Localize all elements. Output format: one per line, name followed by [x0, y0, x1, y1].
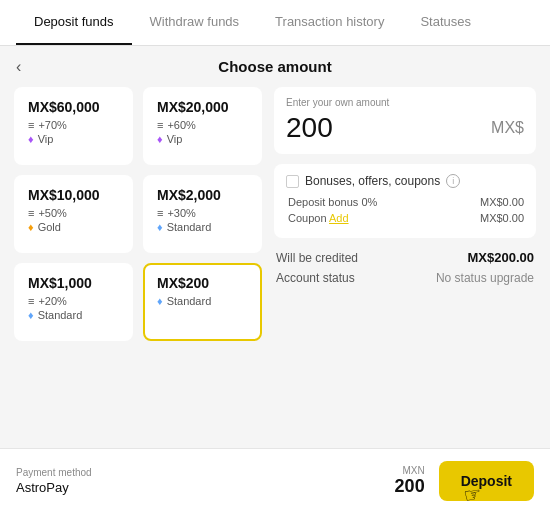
tier-label: Standard: [38, 309, 83, 321]
footer: Payment method AstroPay MXN 200 Deposit: [0, 448, 550, 513]
bonus-row: ≡ +20%: [28, 295, 119, 307]
bonuses-section: Bonuses, offers, coupons i Deposit bonus…: [274, 164, 536, 238]
tier-row: ♦ Standard: [28, 309, 119, 321]
credited-label: Will be credited: [276, 251, 358, 265]
bonus-icon: ≡: [28, 295, 34, 307]
bonus-row: ≡ +60%: [157, 119, 248, 131]
credit-section: Will be credited MX$200.00 Account statu…: [274, 248, 536, 293]
tier-row: ♦ Vip: [28, 133, 119, 145]
tier-icon: ♦: [157, 295, 163, 307]
tab-statuses[interactable]: Statuses: [402, 0, 489, 45]
bonus-text: +20%: [38, 295, 66, 307]
footer-amount-value: 200: [395, 476, 425, 497]
tier-icon: ♦: [28, 133, 34, 145]
deposit-bonus-row: Deposit bonus 0% MX$0.00: [286, 196, 524, 208]
tier-label: Vip: [38, 133, 54, 145]
bonus-icon: ≡: [157, 207, 163, 219]
deposit-bonus-value: MX$0.00: [480, 196, 524, 208]
account-status-label: Account status: [276, 271, 355, 285]
amount-card-60000[interactable]: MX$60,000 ≡ +70% ♦ Vip: [14, 87, 133, 165]
account-status-row: Account status No status upgrade: [274, 271, 536, 285]
tier-icon: ♦: [28, 309, 34, 321]
coupon-row: Coupon Add MX$0.00: [286, 212, 524, 224]
tier-icon: ♦: [157, 221, 163, 233]
bonus-row: ≡ +50%: [28, 207, 119, 219]
bonus-icon: ≡: [28, 119, 34, 131]
amount-grid: MX$60,000 ≡ +70% ♦ Vip MX$20,000 ≡ +60%: [14, 87, 262, 341]
tier-label: Gold: [38, 221, 61, 233]
amount-card-200[interactable]: MX$200 ♦ Standard: [143, 263, 262, 341]
amount-value: MX$60,000: [28, 99, 119, 115]
tier-row: ♦ Vip: [157, 133, 248, 145]
tab-withdraw[interactable]: Withdraw funds: [132, 0, 258, 45]
page-title: Choose amount: [218, 58, 331, 75]
content-area: MX$60,000 ≡ +70% ♦ Vip MX$20,000 ≡ +60%: [0, 87, 550, 353]
amount-input-label: Enter your own amount: [286, 97, 524, 108]
deposit-bonus-label: Deposit bonus 0%: [288, 196, 377, 208]
amount-value: MX$200: [157, 275, 248, 291]
tier-label: Vip: [167, 133, 183, 145]
amount-card-20000[interactable]: MX$20,000 ≡ +60% ♦ Vip: [143, 87, 262, 165]
payment-method-section: Payment method AstroPay: [16, 467, 92, 495]
bonus-icon: ≡: [157, 119, 163, 131]
amount-card-2000[interactable]: MX$2,000 ≡ +30% ♦ Standard: [143, 175, 262, 253]
amount-input-box: Enter your own amount MX$: [274, 87, 536, 154]
amount-value: MX$10,000: [28, 187, 119, 203]
footer-right: MXN 200 Deposit: [395, 461, 534, 501]
amount-value: MX$2,000: [157, 187, 248, 203]
amount-value: MX$20,000: [157, 99, 248, 115]
coupon-label: Coupon Add: [288, 212, 349, 224]
bonus-text: +30%: [167, 207, 195, 219]
account-status-value: No status upgrade: [436, 271, 534, 285]
footer-currency: MXN: [395, 465, 425, 476]
back-button[interactable]: ‹: [16, 59, 21, 75]
credited-value: MX$200.00: [468, 250, 535, 265]
amount-input[interactable]: [286, 112, 366, 144]
amount-input-row: MX$: [286, 112, 524, 144]
bonuses-label: Bonuses, offers, coupons: [305, 174, 440, 188]
bonus-row: ≡ +70%: [28, 119, 119, 131]
tabs-bar: Deposit funds Withdraw funds Transaction…: [0, 0, 550, 46]
right-panel: Enter your own amount MX$ Bonuses, offer…: [274, 87, 536, 341]
footer-amount: MXN 200: [395, 465, 425, 497]
tier-label: Standard: [167, 295, 212, 307]
amount-card-10000[interactable]: MX$10,000 ≡ +50% ♦ Gold: [14, 175, 133, 253]
credited-row: Will be credited MX$200.00: [274, 250, 536, 265]
bonus-text: +70%: [38, 119, 66, 131]
tier-row: ♦ Gold: [28, 221, 119, 233]
coupon-add-link[interactable]: Add: [329, 212, 349, 224]
payment-method-label: Payment method: [16, 467, 92, 478]
payment-method-value: AstroPay: [16, 480, 92, 495]
tier-icon: ♦: [28, 221, 34, 233]
amount-card-1000[interactable]: MX$1,000 ≡ +20% ♦ Standard: [14, 263, 133, 341]
tier-row: ♦ Standard: [157, 221, 248, 233]
currency-label: MX$: [491, 119, 524, 137]
amount-value: MX$1,000: [28, 275, 119, 291]
header-row: ‹ Choose amount: [0, 46, 550, 87]
tier-label: Standard: [167, 221, 212, 233]
bonus-text: +60%: [167, 119, 195, 131]
tab-deposit[interactable]: Deposit funds: [16, 0, 132, 45]
bonus-icon: ≡: [28, 207, 34, 219]
bonuses-checkbox[interactable]: [286, 175, 299, 188]
tier-icon: ♦: [157, 133, 163, 145]
bonus-text: +50%: [38, 207, 66, 219]
tier-row: ♦ Standard: [157, 295, 248, 307]
tab-history[interactable]: Transaction history: [257, 0, 402, 45]
bonus-row: ≡ +30%: [157, 207, 248, 219]
info-icon[interactable]: i: [446, 174, 460, 188]
deposit-button[interactable]: Deposit: [439, 461, 534, 501]
bonuses-checkbox-row: Bonuses, offers, coupons i: [286, 174, 524, 188]
coupon-value: MX$0.00: [480, 212, 524, 224]
